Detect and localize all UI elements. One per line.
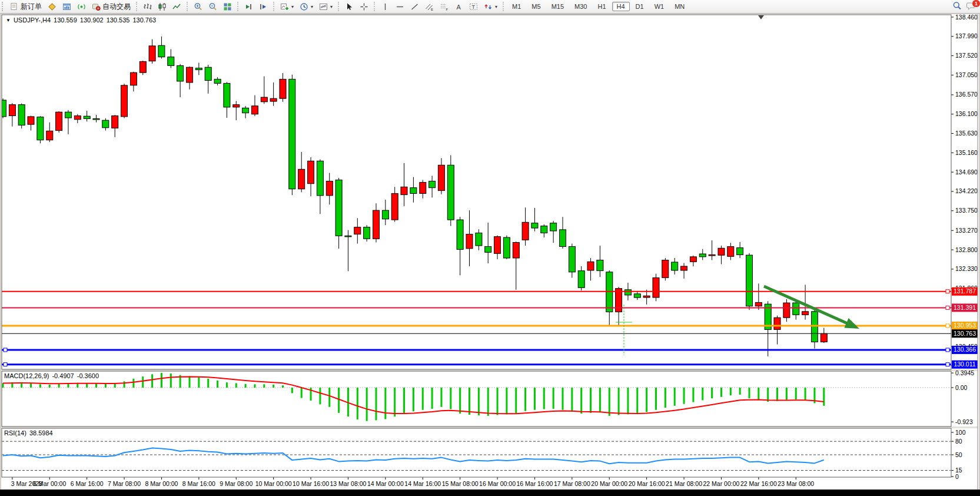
chart-symbol-overlay[interactable]: ▼ USDJPY-,H4 130.559 130.902 130.535 130… [6, 16, 156, 24]
shift-end-icon [244, 2, 253, 11]
horizontal-line-button[interactable] [393, 1, 407, 12]
candle-body [280, 79, 286, 98]
timeframe-button-m5[interactable]: M5 [527, 2, 545, 11]
candlestick-chart-button[interactable] [155, 1, 170, 12]
symbol-dropdown-caret[interactable]: ▼ [6, 18, 11, 23]
fibonacci-button[interactable]: F [437, 1, 451, 12]
candle-body [457, 220, 463, 249]
notifications-icon[interactable]: 1 [966, 1, 976, 12]
time-tick-label: 14 Mar 16:00 [404, 480, 441, 487]
arrows-icon [484, 2, 493, 11]
candle-body [447, 165, 454, 220]
price-line-badge: 131.787 [954, 287, 976, 295]
new-order-button[interactable]: 新订单 [7, 1, 45, 13]
shift-indent-icon [259, 2, 268, 11]
time-tick-label: 14 Mar 00:00 [367, 480, 404, 487]
crosshair-button[interactable] [357, 1, 371, 12]
svg-text:0.3945: 0.3945 [955, 369, 974, 376]
tile-windows-button[interactable] [220, 1, 235, 12]
candle-body [326, 181, 333, 196]
periods-button[interactable]: ▾ [297, 1, 316, 12]
period-clock-icon [300, 2, 308, 11]
svg-text:0.00: 0.00 [955, 384, 968, 391]
zoom-out-button[interactable] [205, 1, 220, 12]
text-icon: A [454, 2, 463, 11]
time-tick-label: 6 Mar 00:00 [33, 480, 66, 487]
candle-body [205, 67, 211, 80]
timeframe-button-m30[interactable]: M30 [570, 2, 592, 11]
timeframe-button-h1[interactable]: H1 [593, 2, 610, 11]
candle-body [84, 116, 90, 118]
channel-button[interactable]: E [422, 1, 437, 12]
candle-body [298, 169, 305, 189]
timeframe-button-h4[interactable]: H4 [612, 2, 630, 11]
current-price-badge: 130.763 [954, 330, 976, 337]
line-chart-button[interactable] [170, 1, 184, 12]
zoom-in-button[interactable] [191, 1, 205, 12]
candle-body [494, 237, 501, 254]
price-line-badge: 130.366 [954, 346, 976, 353]
vertical-line-button[interactable] [378, 1, 393, 12]
price-tick-label: 135.630 [955, 130, 978, 137]
candle-body [289, 79, 295, 189]
symbol-period-label: USDJPY-,H4 [14, 16, 51, 24]
price-tick-label: 132.330 [955, 265, 978, 272]
price-tick-label: 138.460 [955, 14, 978, 21]
label-button[interactable]: T [466, 1, 481, 12]
auto-trading-button[interactable]: 自动交易 [89, 1, 134, 13]
svg-text:-0.923: -0.923 [955, 418, 973, 425]
application-window: 新订单自动交易▾▾▾EFAT▾ M1M5M15M30H1H4D1W1MN 1 1… [0, 0, 980, 496]
chevron-down-icon[interactable]: ▾ [291, 4, 294, 9]
toolbar-separator [237, 2, 239, 11]
candle-body [420, 183, 426, 194]
chart-canvas[interactable]: 138.460137.990137.520137.050136.570136.1… [0, 0, 980, 496]
auto-scroll-button[interactable] [241, 1, 256, 12]
fibonacci-icon: F [440, 2, 449, 11]
candle-body [531, 223, 538, 228]
bar-chart-icon [143, 2, 152, 11]
candle-body [690, 257, 696, 262]
candle-body [373, 210, 380, 239]
timeframe-button-m15[interactable]: M15 [547, 2, 569, 11]
time-tick-label: 10 Mar 16:00 [293, 480, 329, 487]
add-indicator-button[interactable]: ▾ [277, 1, 297, 12]
templates-button[interactable]: ▾ [316, 1, 335, 12]
svg-text:E: E [431, 7, 433, 11]
chevron-down-icon[interactable]: ▾ [330, 4, 333, 9]
profiles-button[interactable] [59, 1, 74, 12]
candle-body [466, 234, 473, 249]
candle-body [560, 230, 566, 247]
candle-body [503, 237, 510, 258]
chevron-down-icon[interactable]: ▾ [495, 4, 497, 9]
candle-body [578, 271, 584, 288]
arrows-button[interactable]: ▾ [481, 1, 500, 12]
signals-button[interactable] [74, 1, 89, 12]
candle-body [718, 248, 725, 255]
profiles-icon [62, 2, 71, 11]
candle-body [345, 236, 351, 237]
candle-body [112, 116, 118, 128]
vertical-line-icon [381, 2, 390, 11]
toolbar-buttons: 新订单自动交易▾▾▾EFAT▾ [7, 1, 500, 13]
timeframe-button-d1[interactable]: D1 [631, 2, 649, 11]
chevron-down-icon[interactable]: ▾ [311, 4, 313, 9]
gold-diamond-button[interactable] [45, 1, 59, 12]
candle-body [158, 45, 165, 57]
chart-shift-button[interactable] [256, 1, 271, 12]
candle-body [709, 254, 715, 256]
text-button[interactable]: A [451, 1, 466, 12]
search-icon[interactable] [952, 1, 962, 12]
candle-body [429, 181, 436, 188]
candle-body [569, 247, 575, 272]
trendline-button[interactable] [407, 1, 422, 12]
candle-body [335, 180, 342, 236]
candle-body [625, 290, 632, 295]
timeframe-button-m1[interactable]: M1 [507, 2, 526, 11]
timeframe-button-mn[interactable]: MN [670, 2, 689, 11]
candle-body [812, 312, 818, 342]
candle-body [382, 210, 388, 219]
candle-body [681, 266, 687, 270]
timeframe-button-w1[interactable]: W1 [650, 2, 669, 11]
bar-chart-button[interactable] [140, 1, 155, 12]
cursor-button[interactable] [342, 1, 357, 12]
